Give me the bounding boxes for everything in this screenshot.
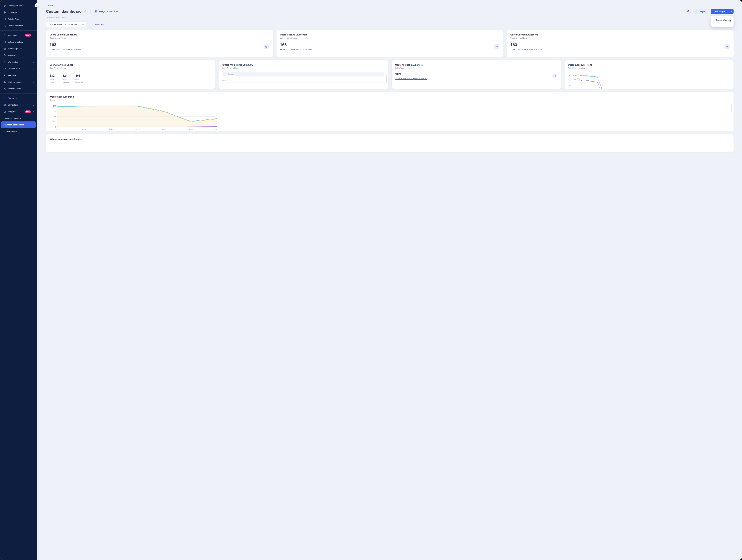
assign-to-workflow-link[interactable]: Assign to Workflow	[94, 10, 118, 13]
funnel-stat-label: Users exposed	[62, 79, 71, 83]
sidebar-item-label: Workstation	[8, 61, 31, 63]
sidebar-item-discovery[interactable]: Discovery	[0, 95, 37, 102]
insights-icon	[3, 110, 6, 113]
assign-label: Assign to Workflow	[98, 10, 118, 13]
page-title: Custom dashboard	[46, 9, 82, 14]
date-range-picker[interactable]: Last week (Jul 15 - Jul 21)	[46, 21, 86, 27]
widget-title: Users Clicked Launchers	[50, 34, 77, 36]
chevron-left-icon	[46, 5, 47, 6]
edit-title-icon[interactable]	[84, 10, 87, 13]
sidebar-item-label: Solutions Gallery	[8, 41, 35, 43]
svg-text:186: 186	[53, 121, 56, 122]
chevron-down-icon	[33, 34, 34, 36]
sidebar-item-label: Builder Assistant	[8, 24, 35, 27]
filter-icon	[91, 23, 94, 26]
sidebar-item-label: Local App	[8, 11, 35, 13]
sidebar-item-label: WalkMe Share	[8, 88, 35, 90]
chevron-down-icon	[33, 61, 34, 63]
menu-list-icon	[3, 47, 6, 50]
back-link[interactable]: Back	[46, 4, 53, 6]
widget-card-smart-walkthrus-summary: Smart Walk-Thrus Summary SalesForce Ligh…	[219, 60, 233, 89]
sidebar: Local App Secure Local App Activity Boar…	[0, 0, 37, 145]
widget-title: Where your users are located	[50, 138, 233, 141]
svg-text:744: 744	[53, 105, 56, 107]
table-column-header-name: Name	[222, 80, 233, 83]
add-filter-button[interactable]: Add Filter	[91, 23, 104, 26]
sidebar-item-multi-language[interactable]: Multi Language	[0, 79, 37, 85]
sidebar-subitem-systems-overview[interactable]: Systems Overview	[0, 115, 37, 121]
sidebar-item-label: ActionBot	[8, 54, 31, 56]
chevron-down-icon	[33, 97, 34, 99]
widget-card-users-located: Where your users are located	[46, 134, 233, 145]
sidebar-item-label: Menu Organizer	[8, 48, 35, 50]
sidebar-subitem-label: Custom Dashboards	[4, 124, 24, 126]
sidebar-item-workflows[interactable]: Workflows NEW	[0, 32, 37, 39]
sidebar-subitem-label: Flow Analytics	[4, 130, 17, 133]
graduation-cap-icon	[3, 74, 6, 77]
sidebar-item-local-app[interactable]: Local App	[0, 9, 37, 16]
sidebar-item-label: Insights	[8, 111, 23, 113]
exposure-trend-line-chart: 7445583721860Jul 15Jul 16Jul 17Jul 18Jul…	[50, 103, 219, 131]
translate-icon	[3, 81, 6, 84]
chevron-up-icon	[33, 111, 34, 113]
sidebar-item-label: Local App Secure	[8, 5, 31, 7]
sidebar-item-label: Comm Center	[8, 67, 31, 70]
stat-note: 31.1% of total users exposed to WalkMe	[50, 49, 81, 51]
sidebar-subitem-custom-dashboards[interactable]: Custom Dashboards	[1, 121, 36, 128]
svg-text:Jul 16: Jul 16	[82, 129, 86, 130]
widget-subtitle: SalesForce Lightning	[222, 67, 233, 69]
chevron-down-icon	[33, 67, 34, 70]
sidebar-item-menu-organizer[interactable]: Menu Organizer	[0, 45, 37, 52]
back-label: Back	[48, 4, 53, 6]
scrollbar[interactable]	[214, 75, 214, 82]
widget-title: User Analysis Funnel	[50, 63, 73, 66]
dashboard-description-field[interactable]: Enter description here...	[46, 16, 233, 18]
funnel-stat-label: Users interacted	[75, 79, 84, 83]
widget-title: Users exposure trend	[50, 96, 74, 98]
sidebar-item-activity-board[interactable]: Activity Board	[0, 16, 37, 22]
header-divider	[90, 9, 91, 13]
sidebar-item-walkme-share[interactable]: WalkMe Share	[0, 85, 37, 92]
svg-text:Jul 15: Jul 15	[55, 129, 59, 130]
svg-text:Jul 19: Jul 19	[162, 129, 166, 130]
chevron-down-icon	[33, 5, 34, 7]
sidebar-item-label: Workflows	[8, 34, 23, 36]
main-content: Back Custom dashboard Assign to Workflow…	[37, 0, 233, 145]
sidebar-item-label: UI Intelligence	[8, 104, 31, 106]
ui-intelligence-icon	[3, 104, 6, 106]
chevron-left-icon	[36, 5, 38, 6]
sidebar-item-workstation[interactable]: Workstation	[0, 59, 37, 65]
sidebar-collapse-button[interactable]	[35, 3, 39, 7]
chevron-down-icon	[33, 104, 34, 106]
new-badge: NEW	[25, 34, 31, 37]
sidebar-item-insights[interactable]: Insights NEW	[0, 108, 37, 115]
svg-text:Jul 20: Jul 20	[189, 129, 193, 130]
gallery-icon	[3, 41, 6, 43]
sidebar-item-local-app-secure[interactable]: Local App Secure	[0, 2, 37, 9]
widget-card-users-clicked-launchers-1: Users Clicked Launchers SalesForce Light…	[46, 30, 233, 57]
add-filter-label: Add Filter	[95, 23, 104, 26]
globe-icon	[3, 11, 6, 14]
sidebar-item-label: Discovery	[8, 97, 31, 99]
sidebar-subitem-flow-analytics[interactable]: Flow Analytics	[0, 128, 37, 135]
search-input[interactable]	[222, 71, 233, 77]
sidebar-item-teachme[interactable]: TeachMe	[0, 72, 37, 79]
sidebar-divider	[0, 93, 37, 94]
lightbulb-icon	[3, 97, 6, 100]
new-badge: NEW	[25, 110, 31, 113]
svg-text:Jul 21: Jul 21	[215, 129, 219, 130]
widget-menu-button[interactable]: ···	[209, 63, 212, 66]
sidebar-item-ui-intelligence[interactable]: UI Intelligence	[0, 102, 37, 108]
sidebar-item-actionbot[interactable]: ActionBot	[0, 52, 37, 59]
funnel-stat-value: 524	[62, 74, 71, 78]
widget-card-users-exposure-trend-big: Users exposure trend Gsuite ··· 74455837…	[46, 92, 233, 131]
sidebar-item-comm-center[interactable]: Comm Center	[0, 65, 37, 72]
share-icon	[3, 88, 6, 90]
search-icon	[224, 73, 227, 76]
sidebar-item-solutions-gallery[interactable]: Solutions Gallery	[0, 39, 37, 45]
sidebar-subitem-label: Systems Overview	[4, 117, 21, 119]
globe-lock-icon	[3, 4, 6, 7]
sidebar-item-builder-assistant[interactable]: Builder Assistant	[0, 22, 37, 29]
sidebar-item-label: Activity Board	[8, 18, 35, 20]
chevron-down-icon	[83, 23, 84, 26]
